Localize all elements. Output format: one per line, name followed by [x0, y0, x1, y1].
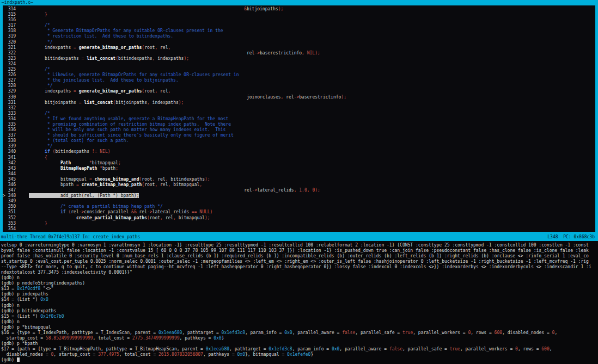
console-line: (gdb) p *bitmapqual: [1, 325, 598, 330]
console-line: (gdb) n: [1, 319, 598, 325]
console-line: (gdb) p indexpaths: [1, 292, 598, 297]
console-line: (gdb) n: [1, 275, 598, 281]
line-number: 341: [3, 155, 29, 160]
line-number: 316: [3, 17, 29, 22]
source-line: 319 * restriction list. Add these to bit…: [3, 34, 595, 39]
source-line: 347 rel->lateral_relids, 1.0, 0);: [3, 188, 595, 193]
line-number: 329: [3, 89, 29, 94]
console-line: startup_cost = 58.852499999999999, total…: [1, 336, 598, 341]
source-line: 336 * will be only one such path no matt…: [3, 127, 595, 133]
source-line: 329 indexpaths = generate_bitmap_or_path…: [3, 89, 595, 94]
source-line: 330 joinorclauses, rel->baserestrictinfo…: [3, 95, 595, 100]
line-number: 336: [3, 127, 29, 132]
source-line: 341 {: [3, 155, 595, 161]
line-number: 343: [3, 166, 29, 171]
line-number: 344: [3, 171, 29, 176]
console-line: (gdb) n: [1, 303, 598, 309]
line-number: 340: [3, 149, 29, 154]
source-code[interactable]: 314 &bitjoinpaths); 315 } 316 317 /* 318…: [3, 7, 595, 232]
source-line: > 348 add_path(rel, (Path *) bpath);: [3, 193, 595, 199]
source-line: 328 */: [3, 83, 595, 89]
line-number: 345: [3, 177, 29, 182]
console-line: $13 = 0x1f0cdf8 "<>": [1, 286, 598, 292]
source-window[interactable]: 314 &bitjoinpaths); 315 } 316 317 /* 318…: [0, 5, 598, 232]
source-line: 323 bitindexpaths = list_concat(bitindex…: [3, 56, 595, 61]
current-execution-line: add_path(rel, (Path *) bpath);: [29, 193, 139, 198]
line-number: 346: [3, 182, 29, 187]
console-line: $16 = {type = T_IndexPath, pathtype = T_…: [1, 330, 598, 336]
source-line: 340 if (bitindexpaths != NIL): [3, 149, 595, 155]
console-line: (gdb) p *bpath: [1, 341, 598, 347]
console-line: velsup 0 :varreturningtype 0 :varnosyn 1…: [1, 243, 598, 248]
console-line: $17 = {path = {type = T_BitmapHeapPath, …: [1, 347, 598, 352]
gdb-tui-screen: —indxpath.c— 314 &bitjoinpaths); 315 } 3…: [0, 0, 598, 364]
line-number: 331: [3, 100, 29, 105]
source-line: 335 * promising combination of restricti…: [3, 122, 595, 127]
console-line: ndextotalcost 377.3475 :indexselectivity…: [1, 270, 598, 275]
line-number: 351: [3, 209, 29, 214]
source-line: 350 /* create a partial bitmap heap path…: [3, 204, 595, 209]
line-number: 347: [3, 188, 29, 193]
source-line: 345 bitmapqual = choose_bitmap_and(root,…: [3, 177, 595, 182]
source-line: 321 indexpaths = generate_bitmap_or_path…: [3, 45, 595, 51]
console-line: --Type <RET> for more, q to quit, c to c…: [1, 264, 598, 270]
source-line: 315 }: [3, 12, 595, 17]
line-number: 328: [3, 83, 29, 88]
line-number: 330: [3, 95, 29, 100]
source-line: 352 create_partial_bitmap_paths(root, re…: [3, 215, 595, 221]
console-line: st.startup 0 :eval_cost.per_tuple 0.0025…: [1, 259, 598, 264]
line-number: 323: [3, 56, 29, 61]
source-titlebar: —indxpath.c—: [0, 0, 598, 5]
source-line: 331 bitjoinpaths = list_concat(bitjoinpa…: [3, 100, 595, 106]
source-line: 325 /*: [3, 67, 595, 72]
source-line: 333 /*: [3, 111, 595, 116]
line-number: 354: [3, 226, 29, 231]
line-number: 353: [3, 221, 29, 226]
source-line: 344: [3, 171, 595, 177]
source-line: 332: [3, 106, 595, 111]
source-line: 342 Path *bitmapqual;: [3, 161, 595, 166]
line-number: 337: [3, 133, 29, 138]
console-line: (gdb): [1, 357, 598, 363]
source-line: 324: [3, 61, 595, 67]
line-number: 315: [3, 12, 29, 17]
line-number: 322: [3, 51, 29, 55]
source-line: 349: [3, 199, 595, 204]
console-line: (gdb) p bitindexpaths: [1, 309, 598, 314]
source-line: 317 /*: [3, 23, 595, 28]
line-number: 334: [3, 116, 29, 121]
line-number: 321: [3, 45, 29, 50]
console-line: disabled_nodes = 0, startup_cost = 377.4…: [1, 352, 598, 357]
source-line: 337 * should be sufficient since there's…: [3, 133, 595, 138]
source-line: 351 if (rel->consider_parallel && rel->l…: [3, 209, 595, 215]
source-line: 334 * If we found anything usable, gener…: [3, 116, 595, 122]
source-line: 322 rel->baserestrictinfo, NIL);: [3, 51, 595, 56]
source-line: 353 }: [3, 221, 595, 226]
line-number: 324: [3, 61, 29, 66]
source-line: 318 * Generate BitmapOrPaths for any sui…: [3, 28, 595, 34]
console-line: byval false :constisnull false :location…: [1, 248, 598, 254]
line-number: 314: [3, 7, 29, 11]
line-number: 327: [3, 78, 29, 83]
line-number: 352: [3, 215, 29, 220]
source-title-label: —indxpath.c—: [2, 0, 33, 5]
terminal-cursor: [17, 357, 20, 362]
gdb-console[interactable]: velsup 0 :varreturningtype 0 :varnosyn 1…: [0, 241, 598, 364]
source-line: 327 * the joinclause list. Add these to …: [3, 78, 595, 83]
console-line: proof false :has_volatile 0 :security_le…: [1, 254, 598, 259]
line-number: 339: [3, 144, 29, 149]
source-line: 343 BitmapHeapPath *bpath;: [3, 166, 595, 171]
source-line: 338 * (total cost) for such a path.: [3, 138, 595, 144]
source-line: 346 bpath = create_bitmap_heap_path(root…: [3, 182, 595, 188]
console-line: $15 = (List *) 0x1f0c7b0: [1, 314, 598, 319]
line-number: 338: [3, 138, 29, 143]
source-line: 320 */: [3, 40, 595, 45]
status-bar: multi-thre Thread 0x7f4e19a137 In: creat…: [0, 233, 598, 241]
console-line: (gdb) p nodeToString(indexpaths): [1, 281, 598, 286]
line-number: 350: [3, 204, 29, 209]
status-line-pc: L348 PC: 0x868c3b: [547, 233, 595, 241]
line-number: 335: [3, 122, 29, 127]
console-line: $14 = (List *) 0x0: [1, 297, 598, 303]
line-number: 318: [3, 28, 29, 33]
source-line: 314 &bitjoinpaths);: [3, 7, 595, 12]
